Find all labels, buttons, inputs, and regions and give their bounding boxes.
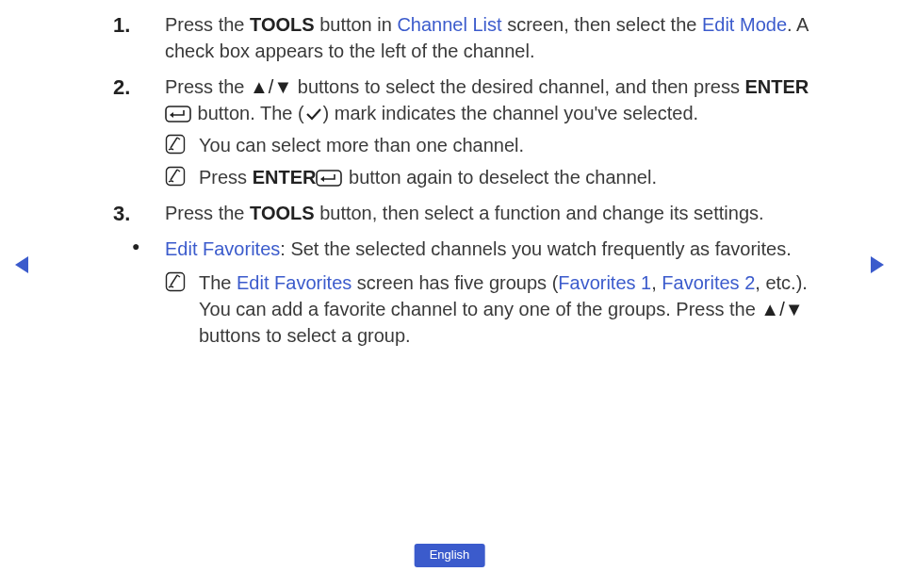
note-icon (165, 134, 186, 155)
svg-rect-6 (317, 171, 341, 186)
triangle-left-icon (13, 254, 30, 275)
edit-favorites-link: Edit Favorites (237, 272, 351, 293)
content-body: Press the TOOLS button in Channel List s… (113, 11, 828, 349)
language-label: English (430, 547, 470, 562)
enter-icon (165, 106, 191, 122)
triangle-right-icon (869, 254, 886, 275)
svg-marker-3 (170, 112, 173, 118)
note-icon (165, 166, 186, 187)
svg-rect-2 (166, 106, 190, 122)
edit-mode-link: Edit Mode (702, 14, 787, 35)
text: Press the (165, 203, 250, 223)
text: Press (199, 167, 253, 188)
text: buttons to select the desired channel, a… (292, 76, 744, 97)
text: : Set the selected channels you watch fr… (280, 238, 792, 259)
text: button again to deselect the channel. (343, 167, 656, 188)
favorites-2-link: Favorites 2 (662, 272, 755, 293)
text: Press the (165, 14, 250, 35)
svg-marker-0 (15, 256, 28, 273)
step-1: Press the TOOLS button in Channel List s… (113, 11, 828, 64)
enter-label: ENTER (253, 167, 317, 188)
text: button, then select a function and chang… (315, 203, 764, 223)
svg-marker-1 (871, 256, 884, 273)
text: Press the (165, 76, 250, 97)
svg-marker-7 (320, 176, 324, 182)
note-text: You can select more than one channel. (199, 135, 524, 155)
up-down-arrows: ▲/▼ (250, 76, 292, 97)
note-line: The Edit Favorites screen has five group… (165, 270, 828, 349)
checkmark-icon (305, 106, 322, 122)
svg-rect-5 (167, 168, 185, 186)
prev-page-button[interactable] (13, 254, 30, 282)
note-line: You can select more than one channel. (165, 132, 828, 158)
text: screen has five groups ( (351, 272, 558, 293)
up-down-arrows: ▲/▼ (760, 299, 803, 319)
channel-list-link: Channel List (397, 14, 501, 35)
edit-favorites-link: Edit Favorites (165, 238, 280, 259)
tools-label: TOOLS (250, 203, 315, 223)
note-line: Press ENTER button again to deselect the… (165, 164, 828, 190)
svg-rect-4 (167, 136, 185, 154)
text: button in (315, 14, 398, 35)
favorites-1-link: Favorites 1 (558, 272, 651, 293)
note-icon (165, 271, 186, 292)
tools-label: TOOLS (250, 14, 315, 35)
text: The (199, 272, 237, 293)
bullet-edit-favorites: Edit Favorites: Set the selected channel… (113, 236, 828, 349)
text: button. The ( (192, 103, 304, 123)
next-page-button[interactable] (869, 254, 886, 282)
text: ) mark indicates the channel you've sele… (323, 103, 698, 123)
enter-label: ENTER (745, 76, 809, 97)
text: screen, then select the (502, 14, 702, 35)
language-pill[interactable]: English (415, 544, 485, 567)
text: buttons to select a group. (199, 325, 411, 346)
step-3: Press the TOOLS button, then select a fu… (113, 200, 828, 226)
text: , (651, 272, 662, 293)
manual-page: Press the TOOLS button in Channel List s… (0, 0, 899, 588)
svg-rect-8 (167, 273, 185, 291)
step-2: Press the ▲/▼ buttons to select the desi… (113, 74, 828, 190)
enter-icon (316, 170, 342, 187)
